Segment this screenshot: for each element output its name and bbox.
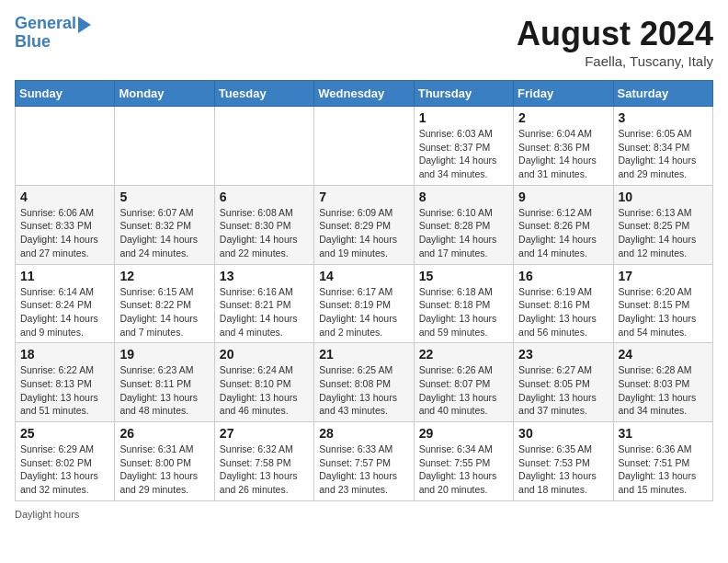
calendar-cell: 5Sunrise: 6:07 AM Sunset: 8:32 PM Daylig… <box>115 185 214 264</box>
day-number: 3 <box>619 110 708 125</box>
day-number: 23 <box>518 347 608 362</box>
calendar-day-header: Tuesday <box>214 81 313 107</box>
day-number: 26 <box>119 426 209 441</box>
logo: General Blue <box>15 15 91 52</box>
cell-info: Sunrise: 6:05 AM Sunset: 8:34 PM Dayligh… <box>619 127 708 181</box>
calendar-cell: 14Sunrise: 6:17 AM Sunset: 8:19 PM Dayli… <box>314 264 414 343</box>
calendar-day-header: Thursday <box>414 81 513 107</box>
cell-info: Sunrise: 6:06 AM Sunset: 8:33 PM Dayligh… <box>20 206 109 260</box>
cell-info: Sunrise: 6:31 AM Sunset: 8:00 PM Dayligh… <box>119 442 209 497</box>
calendar-cell: 20Sunrise: 6:24 AM Sunset: 8:10 PM Dayli… <box>214 343 313 422</box>
cell-info: Sunrise: 6:12 AM Sunset: 8:26 PM Dayligh… <box>518 206 608 260</box>
calendar-day-header: Saturday <box>613 81 712 107</box>
day-number: 24 <box>619 347 708 362</box>
day-number: 17 <box>619 269 708 283</box>
calendar-cell: 7Sunrise: 6:09 AM Sunset: 8:29 PM Daylig… <box>314 185 414 264</box>
calendar-cell <box>214 107 313 186</box>
calendar-cell: 10Sunrise: 6:13 AM Sunset: 8:25 PM Dayli… <box>613 185 712 264</box>
calendar-day-header: Friday <box>514 81 613 107</box>
day-number: 18 <box>20 347 109 362</box>
cell-info: Sunrise: 6:28 AM Sunset: 8:03 PM Dayligh… <box>619 363 708 418</box>
calendar-cell: 27Sunrise: 6:32 AM Sunset: 7:58 PM Dayli… <box>214 422 313 501</box>
calendar-day-header: Wednesday <box>314 81 414 107</box>
day-number: 4 <box>20 190 109 204</box>
calendar-cell: 12Sunrise: 6:15 AM Sunset: 8:22 PM Dayli… <box>115 264 214 343</box>
calendar-cell: 3Sunrise: 6:05 AM Sunset: 8:34 PM Daylig… <box>613 107 712 186</box>
logo-arrow-icon <box>78 17 91 33</box>
calendar-cell: 23Sunrise: 6:27 AM Sunset: 8:05 PM Dayli… <box>514 343 613 422</box>
cell-info: Sunrise: 6:03 AM Sunset: 8:37 PM Dayligh… <box>419 127 508 181</box>
day-number: 8 <box>419 190 508 204</box>
calendar-cell: 26Sunrise: 6:31 AM Sunset: 8:00 PM Dayli… <box>115 422 214 501</box>
day-number: 6 <box>220 190 309 204</box>
calendar-week-row: 18Sunrise: 6:22 AM Sunset: 8:13 PM Dayli… <box>16 343 713 422</box>
calendar-cell: 18Sunrise: 6:22 AM Sunset: 8:13 PM Dayli… <box>16 343 115 422</box>
calendar-week-row: 4Sunrise: 6:06 AM Sunset: 8:33 PM Daylig… <box>16 185 713 264</box>
cell-info: Sunrise: 6:10 AM Sunset: 8:28 PM Dayligh… <box>419 206 508 260</box>
cell-info: Sunrise: 6:14 AM Sunset: 8:24 PM Dayligh… <box>20 285 109 339</box>
calendar-cell: 4Sunrise: 6:06 AM Sunset: 8:33 PM Daylig… <box>16 185 115 264</box>
location-subtitle: Faella, Tuscany, Italy <box>517 53 713 69</box>
cell-info: Sunrise: 6:36 AM Sunset: 7:51 PM Dayligh… <box>619 442 708 497</box>
calendar-cell: 13Sunrise: 6:16 AM Sunset: 8:21 PM Dayli… <box>214 264 313 343</box>
title-block: August 2024 Faella, Tuscany, Italy <box>517 15 713 69</box>
cell-info: Sunrise: 6:09 AM Sunset: 8:29 PM Dayligh… <box>319 206 408 260</box>
calendar-cell: 29Sunrise: 6:34 AM Sunset: 7:55 PM Dayli… <box>414 422 513 501</box>
day-number: 7 <box>319 190 408 204</box>
logo-blue: Blue <box>15 33 51 52</box>
day-number: 13 <box>220 269 309 283</box>
calendar-cell: 1Sunrise: 6:03 AM Sunset: 8:37 PM Daylig… <box>414 107 513 186</box>
page-header: General Blue August 2024 Faella, Tuscany… <box>15 15 713 69</box>
cell-info: Sunrise: 6:24 AM Sunset: 8:10 PM Dayligh… <box>220 363 309 418</box>
cell-info: Sunrise: 6:16 AM Sunset: 8:21 PM Dayligh… <box>220 285 309 339</box>
calendar-cell: 9Sunrise: 6:12 AM Sunset: 8:26 PM Daylig… <box>514 185 613 264</box>
day-number: 14 <box>319 269 408 283</box>
calendar-day-header: Monday <box>115 81 214 107</box>
day-number: 25 <box>20 426 109 441</box>
cell-info: Sunrise: 6:08 AM Sunset: 8:30 PM Dayligh… <box>220 206 309 260</box>
cell-info: Sunrise: 6:15 AM Sunset: 8:22 PM Dayligh… <box>119 285 209 339</box>
cell-info: Sunrise: 6:13 AM Sunset: 8:25 PM Dayligh… <box>619 206 708 260</box>
calendar-cell: 28Sunrise: 6:33 AM Sunset: 7:57 PM Dayli… <box>314 422 414 501</box>
cell-info: Sunrise: 6:32 AM Sunset: 7:58 PM Dayligh… <box>220 442 309 497</box>
cell-info: Sunrise: 6:19 AM Sunset: 8:16 PM Dayligh… <box>518 285 608 339</box>
calendar-week-row: 25Sunrise: 6:29 AM Sunset: 8:02 PM Dayli… <box>16 422 713 501</box>
cell-info: Sunrise: 6:22 AM Sunset: 8:13 PM Dayligh… <box>20 363 109 418</box>
calendar-cell <box>16 107 115 186</box>
calendar-day-header: Sunday <box>16 81 115 107</box>
day-number: 11 <box>20 269 109 283</box>
day-number: 31 <box>619 426 708 441</box>
cell-info: Sunrise: 6:33 AM Sunset: 7:57 PM Dayligh… <box>319 442 408 497</box>
day-number: 1 <box>419 110 508 125</box>
day-number: 22 <box>419 347 508 362</box>
day-number: 19 <box>119 347 209 362</box>
cell-info: Sunrise: 6:35 AM Sunset: 7:53 PM Dayligh… <box>518 442 608 497</box>
cell-info: Sunrise: 6:26 AM Sunset: 8:07 PM Dayligh… <box>419 363 508 418</box>
calendar-cell: 16Sunrise: 6:19 AM Sunset: 8:16 PM Dayli… <box>514 264 613 343</box>
day-number: 21 <box>319 347 408 362</box>
calendar-cell: 6Sunrise: 6:08 AM Sunset: 8:30 PM Daylig… <box>214 185 313 264</box>
day-number: 9 <box>518 190 608 204</box>
logo-text: General <box>15 15 76 33</box>
calendar-cell <box>115 107 214 186</box>
day-number: 10 <box>619 190 708 204</box>
calendar-week-row: 11Sunrise: 6:14 AM Sunset: 8:24 PM Dayli… <box>16 264 713 343</box>
calendar-cell: 17Sunrise: 6:20 AM Sunset: 8:15 PM Dayli… <box>613 264 712 343</box>
day-number: 2 <box>518 110 608 125</box>
cell-info: Sunrise: 6:17 AM Sunset: 8:19 PM Dayligh… <box>319 285 408 339</box>
day-number: 28 <box>319 426 408 441</box>
calendar-header-row: SundayMondayTuesdayWednesdayThursdayFrid… <box>16 81 713 107</box>
calendar-cell: 15Sunrise: 6:18 AM Sunset: 8:18 PM Dayli… <box>414 264 513 343</box>
day-number: 27 <box>220 426 309 441</box>
day-number: 5 <box>119 190 209 204</box>
day-number: 16 <box>518 269 608 283</box>
cell-info: Sunrise: 6:29 AM Sunset: 8:02 PM Dayligh… <box>20 442 109 497</box>
day-number: 20 <box>220 347 309 362</box>
cell-info: Sunrise: 6:34 AM Sunset: 7:55 PM Dayligh… <box>419 442 508 497</box>
cell-info: Sunrise: 6:04 AM Sunset: 8:36 PM Dayligh… <box>518 127 608 181</box>
cell-info: Sunrise: 6:23 AM Sunset: 8:11 PM Dayligh… <box>119 363 209 418</box>
calendar-cell <box>314 107 414 186</box>
calendar-cell: 21Sunrise: 6:25 AM Sunset: 8:08 PM Dayli… <box>314 343 414 422</box>
calendar-week-row: 1Sunrise: 6:03 AM Sunset: 8:37 PM Daylig… <box>16 107 713 186</box>
day-number: 12 <box>119 269 209 283</box>
